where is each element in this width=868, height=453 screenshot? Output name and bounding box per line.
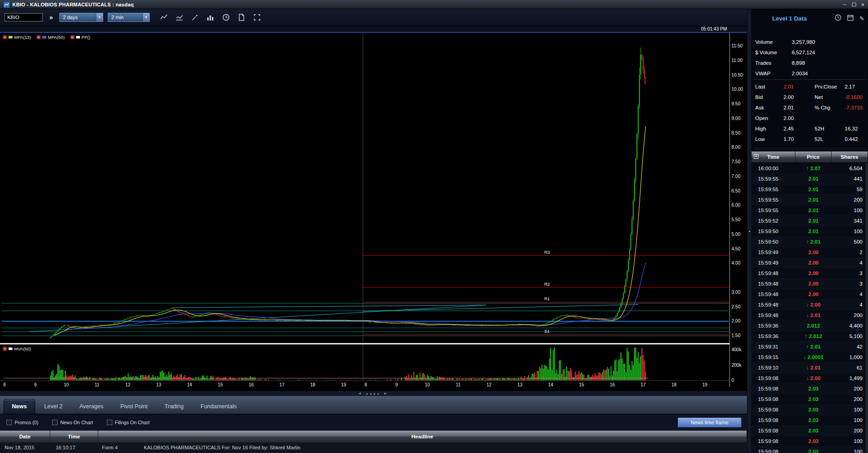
time-sales-row: 15:59:482.003 xyxy=(752,279,868,289)
time-sales-row: 15:59:08↓ 2.001,499 xyxy=(752,373,868,384)
svg-text:9.00: 9.00 xyxy=(731,116,741,121)
tab-trading[interactable]: Trading xyxy=(157,400,191,414)
l1-stat-label: VWAP xyxy=(755,71,770,76)
candlestick-chart-canvas[interactable]: R3R2R1S111.5011.0010.5010.009.509.008.50… xyxy=(0,33,747,391)
time-sales-scrollbar[interactable] xyxy=(865,163,868,453)
ts-shares: 3 xyxy=(831,271,868,276)
tab-fundamentals[interactable]: Fundamentals xyxy=(193,400,244,414)
tab-pivot-point[interactable]: Pivot Point xyxy=(113,400,156,414)
chart-h-scrollbar[interactable]: ◄ ▴▴▴▴ ► xyxy=(0,391,747,396)
ts-price: 2.01 xyxy=(795,197,831,203)
svg-text:0: 0 xyxy=(731,378,734,383)
clock-icon[interactable] xyxy=(221,12,231,22)
ts-shares: 200 xyxy=(831,386,868,391)
tab-averages[interactable]: Averages xyxy=(72,400,111,414)
add-column-icon[interactable]: + xyxy=(754,154,758,159)
quote-row: Bid2.00Net-0.1600 xyxy=(752,93,868,103)
l1-stat-row: Trades8,898 xyxy=(752,57,868,68)
news-time-frame-button[interactable]: News time frame xyxy=(678,417,742,427)
scroll-left-icon[interactable]: ◄ xyxy=(358,391,363,396)
ts-shares: 1,499 xyxy=(831,375,868,381)
ts-col-price[interactable]: Price xyxy=(795,151,831,162)
chart-timestamp-strip: 05:01:43 PM xyxy=(0,26,747,33)
indicator-chart-icon[interactable] xyxy=(174,12,184,22)
news-table-header: Date Time Headline xyxy=(0,431,747,443)
checkbox-promos-0-[interactable]: Promos (0) xyxy=(6,420,38,425)
time-sales-row: 15:59:082.03200 xyxy=(752,394,868,405)
ts-shares: 2 xyxy=(831,250,868,255)
time-sales-body: 16:00:00↑ 2.076,50415:59:552.0144115:59:… xyxy=(752,163,868,453)
expand-chevron-button[interactable]: » xyxy=(49,14,53,21)
ts-col-shares[interactable]: Shares xyxy=(831,151,868,162)
interval-select[interactable]: 2 min ▼ xyxy=(108,13,150,22)
splitter-arrow-icon: ◂ xyxy=(748,229,750,233)
interval-select-value: 2 min xyxy=(111,15,124,20)
close-button[interactable]: × xyxy=(862,2,864,7)
ts-price: ↑ 2.01 xyxy=(795,239,831,245)
legend-close-icon[interactable]: × xyxy=(70,35,74,39)
minimize-button[interactable]: ─ xyxy=(843,2,847,7)
svg-text:10.00: 10.00 xyxy=(731,87,743,92)
svg-text:200k: 200k xyxy=(731,363,742,368)
news-form: Form 4 xyxy=(98,445,144,450)
news-row[interactable]: Nov 18, 201516:10:17Form 4KALOBIOS PHARM… xyxy=(0,443,747,453)
checkbox-box[interactable] xyxy=(6,420,12,425)
line-chart-icon[interactable] xyxy=(159,12,169,22)
news-filter-checkboxes: Promos (0)News On ChartFilings On Chart xyxy=(6,420,150,425)
brush-icon[interactable] xyxy=(190,12,200,22)
ts-price: 2.03 xyxy=(795,449,831,453)
title-bar: KBIO - KALOBIOS PHARMACEUTICALS : nasdaq… xyxy=(0,0,868,9)
volume-bars-icon[interactable] xyxy=(205,12,216,22)
legend-close-icon[interactable]: × xyxy=(3,35,7,39)
tab-news[interactable]: News xyxy=(4,399,35,414)
svg-text:18: 18 xyxy=(671,382,677,387)
l1-stat-row: Volume3,257,980 xyxy=(752,36,868,47)
svg-text:7.00: 7.00 xyxy=(731,174,741,179)
checkbox-box[interactable] xyxy=(107,420,112,425)
svg-text:1.50: 1.50 xyxy=(731,333,741,338)
tab-level-2[interactable]: Level 2 xyxy=(37,400,70,414)
ts-shares: 200 xyxy=(831,197,868,203)
document-icon[interactable] xyxy=(237,12,247,22)
ts-price: ↑ 2.07 xyxy=(795,166,831,171)
ts-price: 2.03 xyxy=(795,428,831,433)
price-chart[interactable]: R3R2R1S111.5011.0010.5010.009.509.008.50… xyxy=(0,33,747,391)
range-select[interactable]: 2 days ▼ xyxy=(59,13,103,22)
time-sales-row: 15:59:10↓ 2.0161 xyxy=(752,363,868,373)
ts-price: 2.03 xyxy=(795,438,831,444)
scroll-nubs-icon: ▴▴▴▴ xyxy=(366,391,381,396)
checkbox-news-on-chart[interactable]: News On Chart xyxy=(52,420,93,425)
fullscreen-icon[interactable] xyxy=(252,12,262,22)
svg-text:10.50: 10.50 xyxy=(731,73,743,78)
symbol-input[interactable] xyxy=(5,13,43,21)
news-col-date[interactable]: Date xyxy=(0,431,50,443)
news-col-time[interactable]: Time xyxy=(50,431,98,443)
history-clock-icon[interactable] xyxy=(835,14,842,23)
ts-shares: 200 xyxy=(831,312,868,318)
svg-text:4.00: 4.00 xyxy=(731,260,741,266)
time-sales-row: 15:59:15↓ 2.00011,000 xyxy=(752,352,868,363)
maximize-button[interactable] xyxy=(852,3,856,6)
legend-close-icon[interactable]: × xyxy=(3,347,7,351)
legend-close-icon[interactable]: × xyxy=(37,35,41,39)
checkbox-box[interactable] xyxy=(52,420,58,425)
panel-splitter[interactable]: ◂ xyxy=(747,9,752,453)
ts-col-time[interactable]: +Time xyxy=(752,151,795,162)
l1-stat-value: 2.0034 xyxy=(792,71,808,76)
edit-pencil-icon[interactable]: ✎ xyxy=(859,16,864,22)
trading-app-window: KBIO - KALOBIOS PHARMACEUTICALS : nasdaq… xyxy=(0,0,868,453)
news-col-headline[interactable]: Headline xyxy=(98,431,747,443)
ts-time: 15:59:48 xyxy=(752,302,795,307)
time-sales-row: 15:59:362.0124,400 xyxy=(752,321,868,331)
svg-text:S1: S1 xyxy=(544,328,550,333)
level1-title: Level 1 Data xyxy=(772,15,807,22)
ts-time: 15:59:08 xyxy=(752,396,795,402)
scroll-right-icon[interactable]: ► xyxy=(384,391,389,396)
svg-text:6.50: 6.50 xyxy=(731,188,741,193)
checkbox-filings-on-chart[interactable]: Filings On Chart xyxy=(107,420,150,425)
calendar-icon[interactable] xyxy=(847,14,854,23)
ts-price: ↓ 2.00 xyxy=(795,302,831,307)
ts-shares: 61 xyxy=(831,365,868,370)
ts-shares: 42 xyxy=(831,344,868,349)
ts-price: 2.00 xyxy=(795,281,831,286)
